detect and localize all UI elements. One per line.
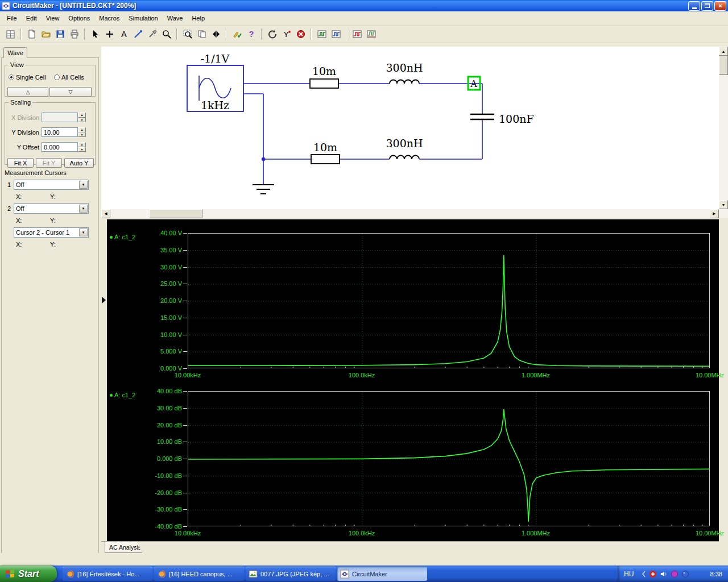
maximize-button[interactable]	[701, 1, 713, 11]
red-cross-tray-icon[interactable]	[649, 570, 657, 578]
close-button[interactable]: ×	[714, 1, 726, 11]
menu-item-options[interactable]: Options	[64, 13, 94, 23]
chevron-down-icon[interactable]: ▼	[79, 228, 88, 236]
tab-wave[interactable]: Wave	[3, 47, 27, 58]
radio-dot	[54, 74, 60, 80]
schematic-canvas[interactable]: -1/1V 1kHz 10m 300nH A 100nF 300nH 10m	[101, 47, 719, 209]
capacitor-c1[interactable]	[470, 114, 494, 119]
menu-item-help[interactable]: Help	[187, 13, 209, 23]
taskbar-task-3[interactable]: 0077.JPG (JPEG kép, ...	[246, 567, 336, 581]
keyboard-language-indicator[interactable]: HU	[624, 570, 634, 578]
menu-item-macros[interactable]: Macros	[94, 13, 124, 23]
stop-icon	[296, 30, 305, 39]
hidden-icons-chevron-icon[interactable]	[642, 570, 646, 578]
x-division-spinner[interactable]: ▲▼	[78, 113, 86, 122]
analysis-tab-strip: AC Analysis	[101, 541, 719, 553]
y-division-spinner[interactable]: ▲▼	[78, 127, 86, 137]
digital-oscilloscope-button[interactable]	[315, 27, 329, 41]
radio-single-cell[interactable]: Single Cell	[9, 74, 46, 81]
inductor-l1[interactable]	[390, 80, 419, 84]
scroll-down-icon[interactable]: ▼	[719, 200, 728, 209]
resistor-r1[interactable]	[310, 79, 338, 88]
horizontal-scrollbar[interactable]: ◀ ▶	[101, 209, 719, 218]
spinner-up-icon[interactable]: ▲	[78, 113, 86, 118]
menu-item-simulation[interactable]: Simulation	[124, 13, 162, 23]
clock[interactable]: 8:38	[710, 571, 722, 577]
text-tool-button[interactable]: A	[117, 27, 131, 41]
place-part-button[interactable]	[102, 27, 117, 41]
minimize-button[interactable]	[688, 1, 700, 11]
probe-tool-button[interactable]	[145, 27, 159, 41]
horizontal-scroll-thumb[interactable]	[149, 209, 202, 218]
vertical-scrollbar[interactable]: ▲ ▼	[719, 47, 728, 209]
node-a-label: A	[470, 78, 477, 89]
start-button[interactable]: Start	[0, 566, 57, 582]
new-file-button[interactable]	[24, 27, 39, 41]
plot-canvas-0[interactable]	[188, 233, 710, 368]
auto-y-button[interactable]: Auto Y	[64, 158, 94, 168]
signal-generator-button[interactable]	[329, 27, 343, 41]
vertical-scroll-thumb[interactable]	[719, 56, 728, 75]
blue-ball-tray-icon[interactable]	[681, 570, 689, 578]
open-file-button[interactable]	[39, 27, 53, 41]
panel-splitter-arrow-icon[interactable]	[102, 297, 106, 304]
browse-sheet-button[interactable]	[3, 27, 18, 41]
logic-analyzer-button[interactable]	[350, 27, 364, 41]
waveform-viewer-button[interactable]	[364, 27, 378, 41]
chevron-down-icon[interactable]: ▼	[79, 205, 88, 213]
probe-point-button[interactable]: Y	[279, 27, 293, 41]
scale-up-button[interactable]: △	[7, 87, 48, 97]
radio-all-cells[interactable]: All Cells	[54, 74, 84, 81]
tab-ac-analysis[interactable]: AC Analysis	[105, 542, 142, 553]
y-offset-spinner[interactable]: ▲▼	[78, 142, 86, 152]
fit-x-button[interactable]: Fit X	[7, 158, 34, 168]
y-division-label: Y Division	[7, 129, 39, 136]
menu-item-view[interactable]: View	[42, 13, 64, 23]
wire-tool-button[interactable]	[131, 27, 145, 41]
zoom-area-button[interactable]	[180, 27, 195, 41]
save-file-button[interactable]	[53, 27, 67, 41]
scroll-up-icon[interactable]: ▲	[719, 47, 728, 56]
taskbar-task-2[interactable]: [16] HEED canopus, ...	[154, 567, 244, 581]
scroll-left-icon[interactable]: ◀	[101, 209, 110, 218]
y-axis-tick	[183, 351, 187, 352]
stop-simulation-button[interactable]	[293, 27, 308, 41]
taskbar-task-4[interactable]: CircuitMaker	[337, 567, 427, 581]
menu-item-file[interactable]: File	[2, 13, 22, 23]
menu-item-wave[interactable]: Wave	[163, 13, 188, 23]
y-axis-tick	[183, 408, 187, 409]
title-bar[interactable]: CircuitMaker - [UNTITLED.CKT* 200%] ×	[0, 0, 728, 11]
fit-y-button[interactable]: Fit Y	[36, 158, 62, 168]
spinner-down-icon[interactable]: ▼	[78, 147, 86, 152]
run-analyses-button[interactable]	[230, 27, 244, 41]
inductor-l2[interactable]	[390, 156, 419, 160]
copy-window-button[interactable]	[195, 27, 209, 41]
cursor-diff-select[interactable]: Cursor 2 - Cursor 1 ▼	[14, 227, 89, 238]
plot-canvas-1[interactable]	[188, 391, 710, 526]
y-offset-input[interactable]	[42, 142, 78, 152]
y-division-input[interactable]	[42, 127, 78, 137]
magenta-tray-icon[interactable]	[671, 570, 679, 578]
taskbar-task-1[interactable]: [16] Értesítések - Ho...	[63, 567, 152, 581]
arrow-tool-button[interactable]	[88, 27, 102, 41]
spinner-down-icon[interactable]: ▼	[78, 118, 86, 123]
text-tool-icon: A	[119, 30, 129, 39]
spinner-up-icon[interactable]: ▲	[78, 142, 86, 147]
chevron-down-icon[interactable]: ▼	[79, 181, 88, 189]
spinner-down-icon[interactable]: ▼	[78, 132, 86, 138]
menu-item-edit[interactable]: Edit	[22, 13, 42, 23]
ground-symbol[interactable]	[253, 185, 274, 194]
cursor1-select[interactable]: Off ▼	[14, 180, 89, 190]
maximize-icon	[705, 3, 710, 8]
scroll-right-icon[interactable]: ▶	[710, 209, 719, 218]
speaker-icon[interactable]	[660, 570, 668, 578]
cursor2-select[interactable]: Off ▼	[14, 203, 89, 214]
reset-simulation-button[interactable]	[265, 27, 279, 41]
print-button[interactable]	[67, 27, 81, 41]
pan-view-button[interactable]	[209, 27, 223, 41]
zoom-tool-button[interactable]	[159, 27, 173, 41]
help-button[interactable]: ?	[244, 27, 258, 41]
spinner-up-icon[interactable]: ▲	[78, 127, 86, 132]
scale-down-button[interactable]: ▽	[49, 87, 92, 97]
resistor-r2[interactable]	[311, 155, 340, 164]
